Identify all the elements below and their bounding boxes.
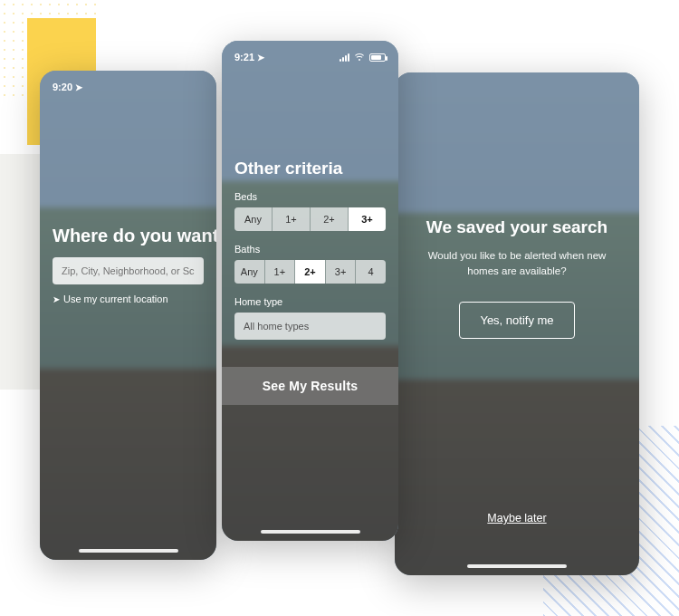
beds-option[interactable]: 3+ xyxy=(349,207,386,231)
notify-me-button[interactable]: Yes, notify me xyxy=(459,302,574,339)
beds-segmented-control: Any1+2+3+ xyxy=(234,207,386,231)
baths-segmented-control: Any1+2+3+4 xyxy=(234,260,386,284)
home-indicator xyxy=(467,564,567,568)
phone-saved-search: We saved your search Would you like to b… xyxy=(395,72,639,575)
page-title: Where do you want to xyxy=(53,225,204,246)
home-indicator xyxy=(79,549,178,553)
beds-label: Beds xyxy=(234,191,386,202)
baths-option[interactable]: Any xyxy=(234,260,264,284)
status-time: 9:20 ➤ xyxy=(53,82,82,92)
beds-option[interactable]: 1+ xyxy=(273,207,310,231)
baths-option[interactable]: 3+ xyxy=(326,260,356,284)
baths-option[interactable]: 1+ xyxy=(265,260,295,284)
status-icons xyxy=(340,53,386,62)
deco-gray xyxy=(0,154,40,390)
location-arrow-icon: ➤ xyxy=(75,82,82,92)
status-time-text: 9:20 xyxy=(53,82,72,92)
location-arrow-icon: ➤ xyxy=(53,294,60,304)
use-current-location-label: Use my current location xyxy=(63,294,168,304)
status-time-text: 9:21 xyxy=(234,52,254,63)
battery-icon xyxy=(369,53,386,62)
location-arrow-icon: ➤ xyxy=(257,53,264,63)
use-current-location-link[interactable]: ➤ Use my current location xyxy=(53,294,204,304)
location-search-input[interactable] xyxy=(53,257,204,284)
wifi-icon xyxy=(354,53,365,62)
status-bar: 9:21 ➤ xyxy=(222,41,398,68)
beds-option[interactable]: 2+ xyxy=(311,207,348,231)
home-type-select[interactable]: All home types xyxy=(234,313,386,340)
signal-icon xyxy=(340,53,349,62)
baths-option[interactable]: 4 xyxy=(356,260,386,284)
phone-other-criteria: 9:21 ➤ Other criteria Beds Any1+2+3+ Bat… xyxy=(222,41,398,541)
baths-option[interactable]: 2+ xyxy=(295,260,325,284)
status-time: 9:21 ➤ xyxy=(234,52,264,63)
page-title: We saved your search xyxy=(418,217,616,237)
page-subtitle: Would you like to be alerted when new ho… xyxy=(418,248,616,280)
beds-option[interactable]: Any xyxy=(234,207,272,231)
maybe-later-link[interactable]: Maybe later xyxy=(395,512,639,525)
page-title: Other criteria xyxy=(234,159,386,178)
phone-location-search: 9:20 ➤ Where do you want to ➤ Use my cur… xyxy=(40,71,216,560)
baths-label: Baths xyxy=(234,244,386,255)
home-indicator xyxy=(261,530,360,534)
home-type-label: Home type xyxy=(234,296,386,307)
status-bar: 9:20 ➤ xyxy=(40,71,216,98)
see-results-button[interactable]: See My Results xyxy=(222,367,398,405)
